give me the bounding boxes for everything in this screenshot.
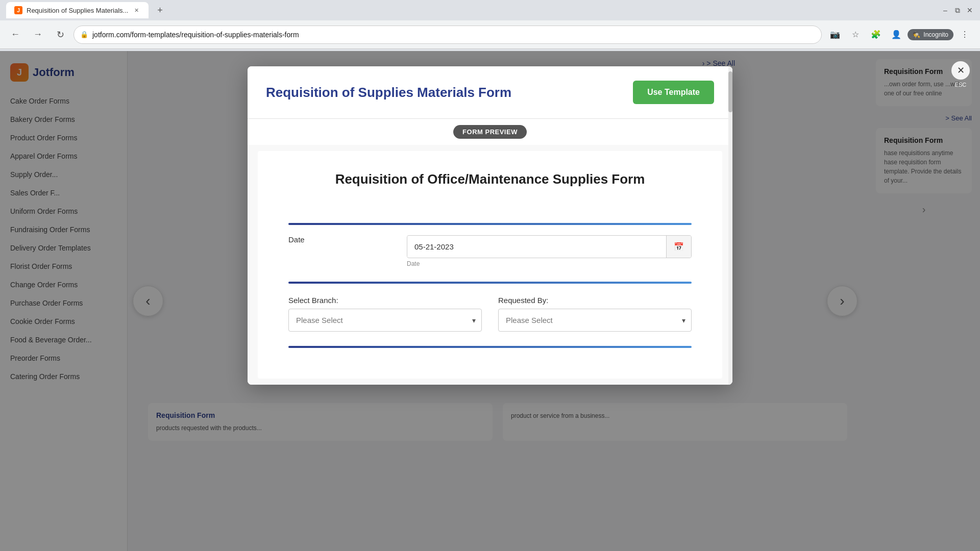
modal-title: Requisition of Supplies Materials Form — [266, 85, 511, 101]
minimize-button[interactable]: – — [941, 6, 949, 14]
form-preview-label: FORM PREVIEW — [248, 119, 732, 145]
date-sublabel: Date — [407, 260, 692, 267]
form-inner: Requisition of Office/Maintenance Suppli… — [258, 151, 722, 379]
close-window-button[interactable]: ✕ — [966, 6, 974, 14]
incognito-badge: 🕵️ Incognito — [908, 29, 953, 40]
lock-icon: 🔒 — [80, 31, 88, 38]
form-content: Requisition of Office/Maintenance Suppli… — [248, 145, 732, 385]
reload-button[interactable]: ↻ — [51, 26, 69, 44]
requested-by-select[interactable]: Please Select — [498, 309, 692, 332]
back-button[interactable]: ← — [6, 26, 24, 44]
date-row: Date 📅 Date — [288, 235, 692, 267]
maximize-button[interactable]: ⧉ — [953, 6, 962, 14]
date-label: Date — [288, 235, 390, 244]
close-modal-button[interactable]: ✕ — [951, 61, 970, 80]
address-bar[interactable]: 🔒 jotform.com/form-templates/requisition… — [74, 26, 822, 44]
modal-scrollbar[interactable] — [728, 66, 732, 385]
date-input-wrapper: 📅 — [407, 235, 692, 258]
branch-select[interactable]: Please Select — [288, 309, 482, 332]
form-preview-badge: FORM PREVIEW — [453, 125, 527, 139]
star-icon[interactable]: ☆ — [846, 26, 865, 44]
branch-select-wrapper: Please Select ▾ — [288, 309, 482, 332]
requested-by-select-wrapper: Please Select ▾ — [498, 309, 692, 332]
url-text: jotform.com/form-templates/requisition-o… — [92, 31, 815, 39]
new-tab-button[interactable]: + — [153, 3, 167, 17]
form-divider-top — [288, 223, 692, 225]
modal-scrollbar-thumb — [728, 71, 732, 112]
branch-field: Select Branch: Please Select ▾ — [288, 296, 482, 332]
modal-overlay[interactable]: ✕ ESC Requisition of Supplies Materials … — [0, 51, 980, 551]
modal-dialog: Requisition of Supplies Materials Form U… — [248, 66, 732, 385]
use-template-button[interactable]: Use Template — [633, 81, 714, 104]
form-heading: Requisition of Office/Maintenance Suppli… — [288, 171, 692, 187]
extensions-icon[interactable]: 🧩 — [867, 26, 885, 44]
tab-title: Requisition of Supplies Materials... — [27, 7, 128, 14]
date-input[interactable] — [407, 236, 666, 257]
tab-close-button[interactable]: ✕ — [132, 6, 140, 14]
active-tab[interactable]: J Requisition of Supplies Materials... ✕ — [6, 2, 149, 18]
form-divider-middle — [288, 282, 692, 284]
requested-by-label: Requested By: — [498, 296, 692, 305]
menu-icon[interactable]: ⋮ — [955, 26, 974, 44]
camera-icon[interactable]: 📷 — [826, 26, 844, 44]
tab-favicon: J — [14, 6, 22, 14]
modal-header: Requisition of Supplies Materials Form U… — [248, 66, 732, 119]
branch-label: Select Branch: — [288, 296, 482, 305]
forward-button[interactable]: → — [29, 26, 47, 44]
calendar-icon[interactable]: 📅 — [666, 236, 691, 258]
form-divider-bottom — [288, 346, 692, 348]
date-field: 📅 Date — [407, 235, 692, 267]
select-row: Select Branch: Please Select ▾ Requested… — [288, 296, 692, 332]
requested-by-field: Requested By: Please Select ▾ — [498, 296, 692, 332]
profile-icon[interactable]: 👤 — [887, 26, 905, 44]
esc-label: ESC — [955, 82, 967, 88]
